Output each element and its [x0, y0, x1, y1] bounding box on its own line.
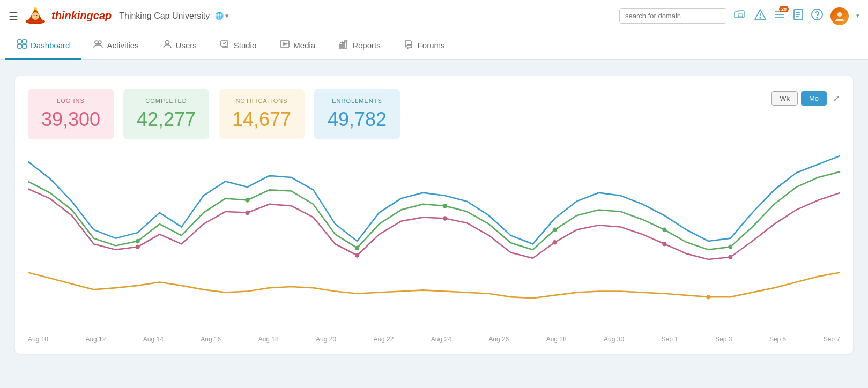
x-label-0: Aug 10: [28, 335, 48, 343]
svg-point-39: [553, 228, 557, 233]
nav-label-studio: Studio: [234, 41, 257, 50]
globe-button[interactable]: 🌐 ▾: [215, 12, 229, 20]
svg-point-21: [837, 12, 842, 17]
nav-item-users[interactable]: Users: [151, 32, 209, 60]
svg-point-38: [443, 204, 447, 208]
stat-card-logins: LOG INS 39,300: [28, 89, 114, 139]
nav-item-studio[interactable]: Studio: [209, 32, 269, 60]
nav-item-reports[interactable]: Reports: [327, 32, 392, 60]
chart-svg: [28, 150, 840, 332]
avatar[interactable]: [830, 7, 849, 25]
tasks-badge: 20: [779, 6, 789, 12]
reports-icon: [339, 39, 348, 51]
chart-area: [28, 150, 840, 332]
x-label-6: Aug 22: [373, 335, 394, 343]
svg-rect-23: [23, 40, 26, 43]
expand-icon[interactable]: ⤢: [833, 94, 840, 103]
main-content: LOG INS 39,300 COMPLETED 42,277 NOTIFICA…: [0, 60, 868, 388]
nav-label-reports: Reports: [352, 41, 381, 50]
completed-value: 42,277: [136, 108, 196, 131]
svg-point-42: [136, 244, 140, 249]
globe-icon: 🌐: [215, 12, 224, 20]
svg-point-43: [245, 211, 249, 215]
alert-icon[interactable]: [754, 9, 766, 23]
svg-rect-25: [23, 44, 26, 48]
x-label-13: Sep 5: [769, 335, 786, 343]
x-label-12: Sep 3: [715, 335, 732, 343]
svg-point-6: [34, 15, 35, 16]
svg-point-41: [728, 244, 732, 249]
svg-marker-31: [284, 43, 287, 45]
svg-point-20: [817, 17, 818, 18]
x-label-9: Aug 28: [546, 335, 567, 343]
svg-rect-33: [342, 42, 344, 48]
x-label-8: Aug 26: [488, 335, 509, 343]
svg-rect-32: [339, 44, 341, 48]
svg-point-7: [36, 15, 38, 16]
x-label-1: Aug 12: [85, 335, 106, 343]
svg-point-45: [443, 216, 447, 221]
topbar: ☰ thinkingcap Thinking Cap University 🌐 …: [0, 0, 868, 32]
site-name: Thinking Cap University: [119, 11, 210, 21]
period-mo-button[interactable]: Mo: [801, 91, 827, 106]
nav-label-dashboard: Dashboard: [31, 41, 70, 50]
globe-arrow-icon: ▾: [225, 12, 229, 20]
dashboard-card: LOG INS 39,300 COMPLETED 42,277 NOTIFICA…: [15, 76, 853, 354]
navbar: Dashboard Activities Users: [0, 32, 868, 60]
nav-item-dashboard[interactable]: Dashboard: [5, 32, 81, 60]
hamburger-button[interactable]: ☰: [9, 10, 18, 23]
notifications-label: NOTIFICATIONS: [232, 98, 292, 104]
svg-point-48: [728, 255, 732, 260]
doc-icon[interactable]: [793, 9, 804, 23]
svg-rect-22: [18, 40, 21, 43]
nav-label-media: Media: [293, 41, 315, 50]
nav-label-users: Users: [176, 41, 197, 50]
svg-point-28: [165, 41, 169, 44]
x-label-10: Aug 30: [604, 335, 624, 343]
stat-card-enrollments: ENROLLMENTS 49,782: [314, 89, 400, 139]
svg-point-35: [136, 239, 140, 244]
dashboard-icon: [17, 39, 27, 51]
svg-point-36: [245, 198, 249, 203]
completed-label: COMPLETED: [136, 98, 196, 104]
period-wk-button[interactable]: Wk: [771, 91, 798, 106]
media-icon: [280, 39, 290, 51]
enrollments-label: ENROLLMENTS: [327, 98, 387, 104]
avatar-dropdown-icon[interactable]: ▾: [856, 12, 859, 19]
notifications-value: 14,677: [232, 108, 292, 131]
svg-point-46: [553, 240, 557, 245]
search-domain-input[interactable]: [619, 8, 726, 24]
x-label-2: Aug 14: [143, 335, 164, 343]
stat-card-notifications: NOTIFICATIONS 14,677: [219, 89, 305, 139]
logo-area: thinkingcap: [24, 6, 112, 26]
x-label-5: Aug 20: [316, 335, 336, 343]
activities-icon: [93, 39, 103, 51]
x-label-3: Aug 16: [201, 335, 221, 343]
folder-icon[interactable]: [734, 8, 747, 24]
nav-item-media[interactable]: Media: [268, 32, 327, 60]
nav-item-forums[interactable]: Forums: [392, 32, 457, 60]
x-label-4: Aug 18: [258, 335, 279, 343]
stat-card-completed: COMPLETED 42,277: [123, 89, 209, 139]
studio-icon: [220, 39, 230, 51]
svg-point-5: [32, 12, 39, 20]
svg-point-47: [662, 242, 666, 247]
logo-image: [24, 6, 47, 26]
svg-point-26: [95, 41, 98, 44]
x-axis-labels: Aug 10 Aug 12 Aug 14 Aug 16 Aug 18 Aug 2…: [28, 332, 840, 343]
logins-value: 39,300: [41, 108, 101, 131]
svg-point-37: [355, 246, 359, 251]
tasks-icon[interactable]: 20: [774, 9, 785, 23]
svg-point-44: [355, 253, 359, 258]
logo-text: thinkingcap: [51, 10, 112, 22]
logins-label: LOG INS: [41, 98, 101, 104]
nav-label-forums: Forums: [418, 41, 445, 50]
nav-label-activities: Activities: [107, 41, 138, 50]
nav-item-activities[interactable]: Activities: [81, 32, 150, 60]
enrollments-value: 49,782: [327, 108, 387, 131]
svg-rect-24: [18, 44, 21, 48]
period-toggle: Wk Mo ⤢: [771, 91, 840, 106]
x-label-7: Aug 24: [431, 335, 451, 343]
topbar-right: 20 ▾: [619, 7, 859, 25]
help-icon[interactable]: [811, 9, 823, 23]
